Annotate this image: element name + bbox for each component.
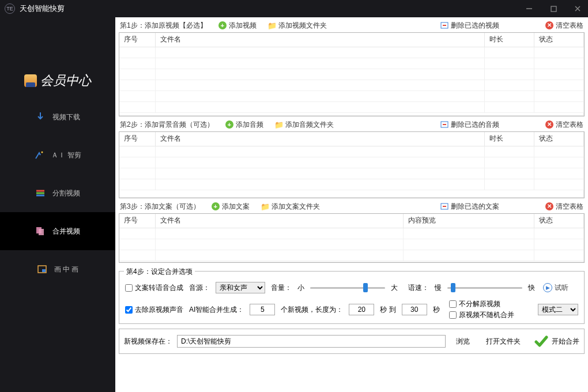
spd-fast-label: 快 — [528, 283, 535, 293]
save-path-input[interactable] — [177, 335, 446, 348]
play-icon: ▶ — [543, 283, 552, 292]
count-input[interactable] — [250, 304, 275, 315]
col-name: 文件名 — [155, 214, 403, 228]
delete-icon — [440, 120, 448, 129]
col-status: 状态 — [534, 132, 584, 146]
minimize-button[interactable] — [523, 3, 535, 14]
delete-audio-button[interactable]: 删除已选的音频 — [440, 120, 499, 130]
step1-label: 第1步：添加原视频【必选】 — [120, 21, 207, 31]
sidebar-item-label: ＡＩ 智剪 — [51, 150, 81, 160]
delete-icon — [440, 202, 448, 210]
maximize-button[interactable] — [548, 3, 559, 14]
split-icon — [35, 188, 46, 198]
add-video-folder-button[interactable]: 📁添加视频文件夹 — [268, 21, 327, 31]
col-status: 状态 — [534, 214, 584, 228]
add-icon: + — [218, 21, 227, 29]
no-random-checkbox[interactable]: 原视频不随机合并 — [449, 310, 514, 320]
close-button[interactable] — [572, 3, 583, 14]
save-row: 新视频保存在： 浏览 打开文件夹 开始合并 — [119, 329, 585, 354]
member-center-button[interactable]: 会员中心 — [0, 63, 115, 98]
step2-toolbar: 第2步：添加背景音频（可选） +添加音频 📁添加音频文件夹 删除已选的音频 ✕清… — [119, 116, 585, 131]
sidebar-item-ai-cut[interactable]: ＡＩ 智剪 — [0, 136, 115, 174]
preview-button[interactable]: ▶试听 — [543, 283, 568, 293]
video-table[interactable]: 序号 文件名 时长 状态 — [119, 32, 585, 116]
add-video-button[interactable]: +添加视频 — [218, 21, 257, 31]
speed-slider[interactable] — [447, 287, 522, 289]
col-duration: 时长 — [485, 33, 534, 47]
sidebar-item-download[interactable]: 视频下载 — [0, 98, 115, 136]
add-icon: + — [212, 202, 220, 210]
svg-rect-1 — [551, 6, 556, 12]
folder-icon: 📁 — [261, 202, 269, 210]
add-icon: + — [225, 120, 233, 129]
app-title: 天创智能快剪 — [20, 3, 65, 14]
tts-checkbox[interactable]: 文案转语音合成 — [125, 283, 183, 293]
clear-icon: ✕ — [545, 21, 553, 29]
step3-label: 第3步：添加文案（可选） — [120, 202, 200, 212]
delete-text-button[interactable]: 删除已选的文案 — [440, 202, 499, 212]
clear-text-button[interactable]: ✕清空表格 — [545, 202, 583, 212]
main-panel: 第1步：添加原视频【必选】 +添加视频 📁添加视频文件夹 删除已选的视频 ✕清空… — [115, 17, 588, 392]
count-unit-label: 个新视频，长度为： — [281, 305, 343, 315]
open-folder-button[interactable]: 打开文件夹 — [480, 335, 526, 348]
delete-video-button[interactable]: 删除已选的视频 — [440, 21, 499, 31]
speed-label: 语速： — [408, 283, 429, 293]
svg-rect-6 — [39, 229, 44, 235]
add-audio-folder-button[interactable]: 📁添加音频文件夹 — [275, 120, 334, 130]
audio-table[interactable]: 序号 文件名 时长 状态 — [119, 131, 585, 198]
sidebar-item-label: 分割视频 — [52, 189, 80, 198]
vol-small-label: 小 — [297, 283, 304, 293]
voice-select[interactable]: 亲和女声 — [216, 282, 265, 293]
step4-label: 第4步：设定合并选项 — [124, 267, 195, 277]
step2-label: 第2步：添加背景音频（可选） — [120, 120, 214, 130]
start-merge-button[interactable]: 开始合并 — [534, 334, 579, 348]
sidebar-item-split[interactable]: 分割视频 — [0, 174, 115, 212]
download-icon — [35, 112, 46, 122]
text-table[interactable]: 序号 文件名 内容预览 状态 — [119, 213, 585, 263]
sec-to-label: 秒 到 — [380, 305, 395, 315]
sec-label: 秒 — [433, 305, 440, 315]
col-no: 序号 — [119, 33, 155, 47]
len-from-input[interactable] — [349, 304, 374, 315]
step3-toolbar: 第3步：添加文案（可选） +添加文案 📁添加文案文件夹 删除已选的文案 ✕清空表… — [119, 198, 585, 213]
user-info — [0, 17, 115, 63]
clear-icon: ✕ — [545, 202, 553, 210]
remove-audio-checkbox[interactable]: 去除原视频声音 — [125, 305, 183, 315]
folder-icon: 📁 — [268, 21, 276, 29]
sidebar-item-pip[interactable]: 画 中 画 — [0, 250, 115, 288]
svg-point-4 — [42, 152, 43, 153]
sidebar-item-merge[interactable]: 合并视频 — [0, 212, 115, 250]
voice-label: 音源： — [189, 283, 210, 293]
ai-icon — [34, 150, 44, 160]
len-to-input[interactable] — [402, 304, 427, 315]
pip-icon — [37, 264, 47, 274]
col-status: 状态 — [534, 33, 584, 47]
col-name: 文件名 — [155, 132, 485, 146]
add-text-button[interactable]: +添加文案 — [212, 202, 250, 212]
clear-icon: ✕ — [545, 120, 553, 129]
merge-icon — [35, 226, 46, 236]
col-no: 序号 — [119, 132, 155, 146]
member-center-label: 会员中心 — [40, 72, 91, 89]
no-split-checkbox[interactable]: 不分解原视频 — [449, 299, 514, 309]
volume-slider[interactable] — [310, 287, 385, 289]
save-label: 新视频保存在： — [124, 337, 172, 346]
col-duration: 时长 — [485, 132, 534, 146]
col-name: 文件名 — [155, 33, 485, 47]
clear-audio-button[interactable]: ✕清空表格 — [545, 120, 583, 130]
svg-rect-8 — [42, 269, 46, 272]
mode-select[interactable]: 模式二 — [538, 304, 578, 315]
volume-label: 音量： — [271, 283, 292, 293]
add-audio-button[interactable]: +添加音频 — [225, 120, 263, 130]
browse-button[interactable]: 浏览 — [450, 335, 476, 348]
spd-slow-label: 慢 — [435, 283, 442, 293]
folder-icon: 📁 — [275, 120, 283, 129]
app-logo: TE — [5, 3, 15, 14]
clear-video-button[interactable]: ✕清空表格 — [545, 21, 583, 31]
title-bar: TE 天创智能快剪 — [0, 0, 588, 17]
avatar-icon — [24, 74, 37, 87]
sidebar: 会员中心 视频下载 ＡＩ 智剪 分割视频 合并视频 画 中 画 — [0, 17, 115, 392]
add-text-folder-button[interactable]: 📁添加文案文件夹 — [261, 202, 320, 212]
step1-toolbar: 第1步：添加原视频【必选】 +添加视频 📁添加视频文件夹 删除已选的视频 ✕清空… — [119, 17, 585, 32]
col-preview: 内容预览 — [403, 214, 534, 228]
